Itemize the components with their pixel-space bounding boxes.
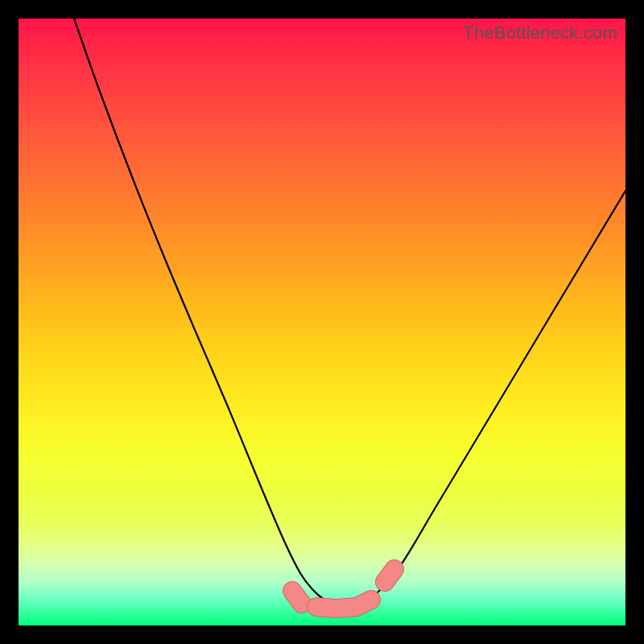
bottleneck-curve [74, 19, 625, 607]
sausage-markers [292, 569, 394, 609]
chart-overlay [19, 19, 625, 625]
plot-area: TheBottleneck.com [19, 19, 625, 625]
chart-frame: TheBottleneck.com [0, 0, 644, 644]
